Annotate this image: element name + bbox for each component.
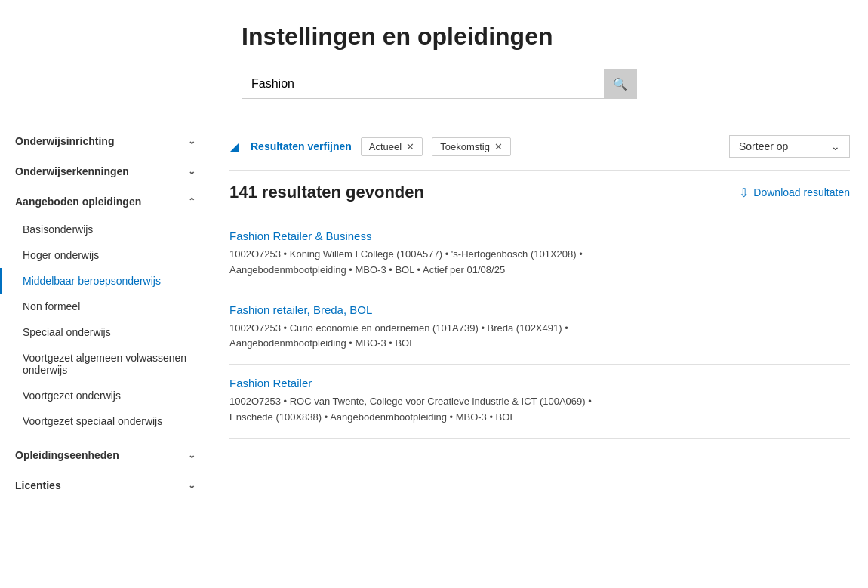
result-meta-3a: 1002O7253 • ROC van Twente, College voor…: [229, 394, 850, 410]
result-meta-2b: Aangebodenmbootpleiding • MBO-3 • BOL: [229, 336, 850, 352]
sidebar-sub-item-voortgezet-onderwijs[interactable]: Voortgezet onderwijs: [0, 383, 211, 408]
sidebar-item-licenties[interactable]: Licenties ⌄: [0, 470, 211, 500]
search-bar: 🔍: [242, 69, 868, 99]
results-header: 141 resultaten gevonden ⇩ Download resul…: [229, 183, 850, 202]
sidebar-sub-item-voortgezet-algemeen[interactable]: Voortgezet algemeen volwassenen onderwij…: [0, 345, 211, 383]
main-layout: Onderwijsinrichting ⌄ Onderwijserkenning…: [0, 114, 868, 588]
page-title: Instellingen en opleidingen: [242, 23, 868, 51]
header-area: Instellingen en opleidingen 🔍: [0, 0, 868, 114]
filter-icon: ◢: [229, 140, 239, 154]
refine-label[interactable]: Resultaten verfijnen: [251, 140, 352, 152]
result-title-1[interactable]: Fashion Retailer & Business: [229, 229, 371, 242]
filter-tag-actueel: Actueel ✕: [361, 137, 423, 156]
main-content: ◢ Resultaten verfijnen Actueel ✕ Toekoms…: [211, 114, 868, 588]
sidebar-item-onderwijsinrichting[interactable]: Onderwijsinrichting ⌄: [0, 126, 211, 156]
remove-actueel-button[interactable]: ✕: [406, 141, 414, 152]
sidebar-sub-item-voortgezet-speciaal[interactable]: Voortgezet speciaal onderwijs: [0, 408, 211, 434]
chevron-down-icon: ⌄: [188, 136, 195, 146]
sidebar-label-onderwijsinrichting: Onderwijsinrichting: [15, 135, 114, 147]
download-icon: ⇩: [739, 186, 749, 200]
result-meta-2a: 1002O7253 • Curio economie en ondernemen…: [229, 321, 850, 337]
page-wrapper: Instellingen en opleidingen 🔍 Onderwijsi…: [0, 0, 868, 588]
result-item-1: Fashion Retailer & Business 1002O7253 • …: [229, 217, 850, 291]
filter-tag-toekomstig: Toekomstig ✕: [432, 137, 511, 156]
result-title-3[interactable]: Fashion Retailer: [229, 377, 312, 389]
download-results-button[interactable]: ⇩ Download resultaten: [739, 186, 850, 200]
chevron-up-icon: ⌃: [188, 196, 195, 207]
result-item-2: Fashion retailer, Breda, BOL 1002O7253 •…: [229, 291, 850, 365]
filter-left: ◢ Resultaten verfijnen Actueel ✕ Toekoms…: [229, 137, 511, 156]
search-icon: 🔍: [613, 77, 628, 91]
result-meta-3b: Enschede (100X838) • Aangebodenmbootplei…: [229, 410, 850, 426]
sort-select[interactable]: Sorteer op ⌄: [729, 135, 850, 158]
sidebar-sub-item-hoger-onderwijs[interactable]: Hoger onderwijs: [0, 242, 211, 268]
sidebar-label-onderwijserkenningen: Onderwijserkenningen: [15, 165, 129, 177]
sidebar-sub-item-non-formeel[interactable]: Non formeel: [0, 294, 211, 319]
result-meta-1b: Aangebodenmbootpleiding • MBO-3 • BOL • …: [229, 263, 850, 279]
remove-toekomstig-button[interactable]: ✕: [494, 141, 503, 152]
chevron-down-icon: ⌄: [188, 450, 195, 460]
result-meta-1a: 1002O7253 • Koning Willem I College (100…: [229, 247, 850, 263]
sidebar-item-opleidingseenheden[interactable]: Opleidingseenheden ⌄: [0, 440, 211, 470]
filter-bar: ◢ Resultaten verfijnen Actueel ✕ Toekoms…: [229, 126, 850, 171]
chevron-down-icon: ⌄: [188, 166, 195, 177]
search-button[interactable]: 🔍: [604, 69, 637, 99]
sidebar-item-aangeboden-opleidingen[interactable]: Aangeboden opleidingen ⌃: [0, 186, 211, 217]
chevron-down-icon: ⌄: [188, 480, 195, 491]
sidebar: Onderwijsinrichting ⌄ Onderwijserkenning…: [0, 114, 211, 588]
results-count: 141 resultaten gevonden: [229, 183, 424, 202]
sidebar-sub-item-speciaal-onderwijs[interactable]: Speciaal onderwijs: [0, 319, 211, 345]
search-input[interactable]: [242, 69, 604, 99]
chevron-down-icon: ⌄: [831, 140, 840, 152]
result-title-2[interactable]: Fashion retailer, Breda, BOL: [229, 303, 372, 316]
result-item-3: Fashion Retailer 1002O7253 • ROC van Twe…: [229, 365, 850, 439]
sidebar-sub-item-middelbaar-beroepsonderwijs[interactable]: Middelbaar beroepsonderwijs: [0, 268, 211, 294]
sidebar-sub-item-basisonderwijs[interactable]: Basisonderwijs: [0, 217, 211, 242]
sidebar-item-onderwijserkenningen[interactable]: Onderwijserkenningen ⌄: [0, 156, 211, 186]
sidebar-label-aangeboden-opleidingen: Aangeboden opleidingen: [15, 195, 141, 208]
